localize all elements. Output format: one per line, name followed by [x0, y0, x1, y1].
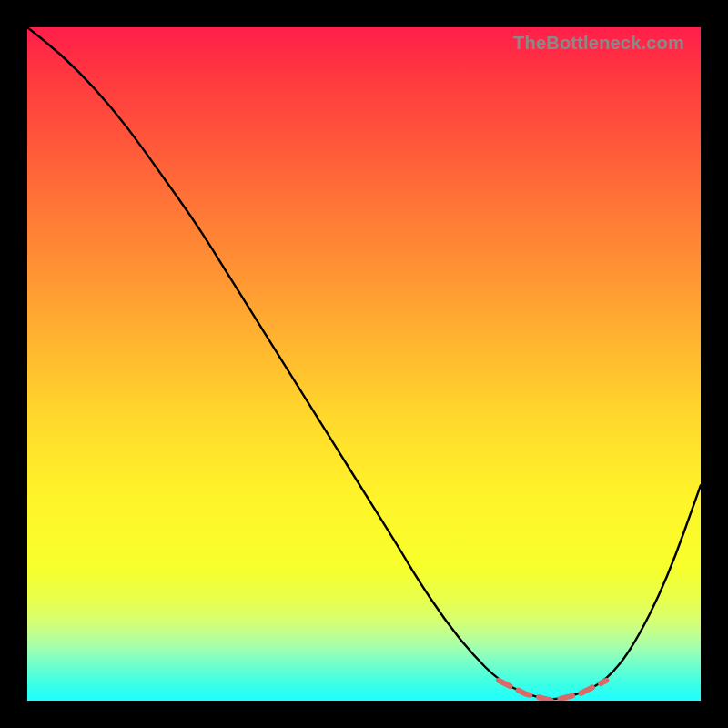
chart-frame: TheBottleneck.com [0, 0, 728, 728]
chart-plot-area: TheBottleneck.com [27, 27, 701, 701]
highlight-segment [499, 681, 606, 701]
chart-svg [27, 27, 701, 701]
bottleneck-curve-line [27, 27, 701, 699]
